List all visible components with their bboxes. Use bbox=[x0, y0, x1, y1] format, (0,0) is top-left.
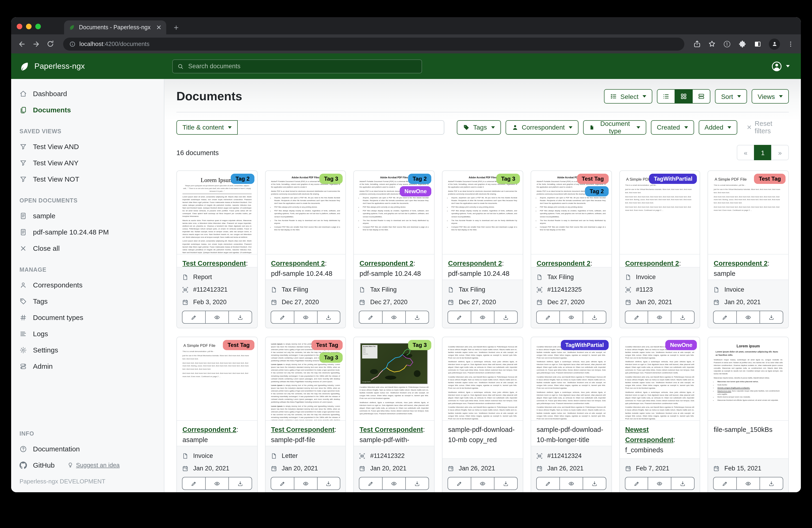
tag-badge[interactable]: TagWithPartial bbox=[561, 340, 608, 350]
filter-created-dropdown[interactable]: Created bbox=[651, 120, 694, 134]
correspondent-link[interactable]: Correspondent 2 bbox=[714, 260, 768, 267]
tag-badge[interactable]: Tag 3 bbox=[319, 353, 343, 363]
search-input[interactable] bbox=[187, 62, 417, 70]
edit-button[interactable] bbox=[271, 477, 294, 490]
document-thumbnail[interactable]: Lorem Ipsum "Neque porro quisquam est qu… bbox=[177, 171, 257, 255]
download-button[interactable] bbox=[671, 311, 695, 324]
suggest-an-idea-link[interactable]: Suggest an idea bbox=[67, 461, 119, 469]
edit-button[interactable] bbox=[448, 477, 471, 490]
preview-button[interactable] bbox=[560, 477, 583, 490]
correspondent-link[interactable]: Test Correspondent bbox=[183, 260, 246, 267]
preview-button[interactable] bbox=[736, 311, 760, 324]
sidebar-item-dashboard[interactable]: Dashboard bbox=[11, 86, 164, 101]
reset-filters-button[interactable]: Reset filters bbox=[746, 120, 789, 135]
tag-badge[interactable]: Test Tag bbox=[311, 340, 343, 350]
sidebar-item-correspondents[interactable]: Correspondents bbox=[11, 277, 164, 292]
preview-button[interactable] bbox=[382, 311, 406, 324]
document-thumbnail[interactable]: Adobe Acrobat PDF Files Adobe® Portable … bbox=[265, 171, 345, 255]
preview-button[interactable] bbox=[205, 311, 229, 324]
tag-badge[interactable]: Tag 3 bbox=[319, 174, 343, 184]
close-window-button[interactable] bbox=[17, 24, 22, 29]
filter-correspondent-dropdown[interactable]: Correspondent bbox=[506, 120, 579, 134]
pagination-next-button[interactable]: » bbox=[771, 145, 789, 160]
sidebar-item-github[interactable]: GitHubSuggest an idea bbox=[11, 457, 164, 473]
browser-profile-avatar[interactable] bbox=[769, 38, 780, 49]
preview-button[interactable] bbox=[205, 477, 229, 490]
extensions-puzzle-icon[interactable] bbox=[738, 40, 746, 48]
edit-button[interactable] bbox=[359, 311, 383, 324]
tag-badge[interactable]: Tag 2 bbox=[585, 186, 608, 197]
share-icon[interactable] bbox=[693, 40, 701, 48]
filter-tags-dropdown[interactable]: Tags bbox=[457, 120, 501, 134]
document-thumbnail[interactable]: A Simple PDF File This is a small demons… bbox=[620, 171, 700, 255]
download-button[interactable] bbox=[229, 311, 252, 324]
zoom-window-button[interactable] bbox=[35, 24, 41, 29]
download-button[interactable] bbox=[582, 311, 606, 324]
document-thumbnail[interactable]: Adobe Acrobat PDF Files Adobe® Portable … bbox=[443, 171, 523, 255]
view-detail-button[interactable] bbox=[692, 89, 710, 103]
user-menu[interactable] bbox=[771, 61, 801, 72]
sidebar-item-test-view-any[interactable]: Test View ANY bbox=[11, 155, 164, 170]
edit-button[interactable] bbox=[271, 311, 294, 324]
edit-button[interactable] bbox=[182, 311, 206, 324]
document-thumbnail[interactable]: Boundary Waters Trip Day 1Day 2Day 3Day … bbox=[354, 337, 434, 421]
preview-button[interactable] bbox=[471, 477, 494, 490]
download-button[interactable] bbox=[759, 477, 783, 490]
tag-badge[interactable]: Test Tag bbox=[577, 174, 608, 184]
download-button[interactable] bbox=[317, 311, 340, 324]
sidebar-item-sample[interactable]: sample bbox=[11, 208, 164, 223]
tag-badge[interactable]: Test Tag bbox=[223, 340, 254, 350]
global-search[interactable] bbox=[172, 59, 422, 73]
sidebar-item-tags[interactable]: Tags bbox=[11, 294, 164, 309]
site-info-icon[interactable] bbox=[69, 41, 76, 47]
document-thumbnail[interactable]: Adobe Acrobat PDF Files Adobe® Portable … bbox=[531, 171, 611, 255]
preview-button[interactable] bbox=[382, 477, 406, 490]
preview-button[interactable] bbox=[471, 311, 494, 324]
preview-button[interactable] bbox=[648, 311, 671, 324]
sidebar-item-test-view-not[interactable]: Test View NOT bbox=[11, 171, 164, 187]
preview-button[interactable] bbox=[294, 477, 317, 490]
document-thumbnail[interactable]: A Simple PDF File This is a small demons… bbox=[177, 337, 257, 421]
correspondent-link[interactable]: Test Correspondent bbox=[360, 426, 423, 433]
document-thumbnail[interactable]: Lorem ipsum Lorem ipsum dolor sit amet, … bbox=[708, 337, 788, 421]
bookmark-star-icon[interactable] bbox=[708, 40, 716, 48]
pagination-prev-button[interactable]: « bbox=[737, 145, 754, 160]
tab-close-icon[interactable]: ✕ bbox=[156, 24, 162, 31]
address-bar[interactable]: localhost:4200/documents bbox=[63, 38, 684, 51]
edit-button[interactable] bbox=[625, 477, 648, 490]
side-panel-icon[interactable] bbox=[754, 40, 762, 48]
tag-badge[interactable]: Tag 2 bbox=[231, 174, 255, 184]
download-button[interactable] bbox=[317, 477, 340, 490]
edit-button[interactable] bbox=[713, 477, 737, 490]
edit-button[interactable] bbox=[182, 477, 206, 490]
download-button[interactable] bbox=[494, 477, 518, 490]
edit-button[interactable] bbox=[625, 311, 648, 324]
select-dropdown-button[interactable]: Select bbox=[604, 89, 653, 103]
preview-button[interactable] bbox=[560, 311, 583, 324]
edit-button[interactable] bbox=[359, 477, 383, 490]
views-dropdown-button[interactable]: Views bbox=[752, 89, 789, 103]
view-grid-button[interactable] bbox=[675, 89, 693, 103]
sidebar-item-admin[interactable]: Admin bbox=[11, 358, 164, 374]
forward-button[interactable] bbox=[32, 40, 40, 48]
correspondent-link[interactable]: Correspondent 2 bbox=[625, 260, 679, 267]
filter-query-input[interactable] bbox=[238, 120, 444, 134]
document-thumbnail[interactable]: Lorem Ipsum is simply dummy text of the … bbox=[265, 337, 345, 421]
edit-button[interactable] bbox=[536, 311, 560, 324]
sidebar-item-documents[interactable]: Documents bbox=[11, 102, 164, 117]
back-button[interactable] bbox=[18, 40, 26, 48]
preview-button[interactable] bbox=[736, 477, 760, 490]
edit-button[interactable] bbox=[713, 311, 737, 324]
preview-button[interactable] bbox=[648, 477, 671, 490]
sidebar-item-settings[interactable]: Settings bbox=[11, 342, 164, 358]
sidebar-item-pdf-sample-10-24-48-pm[interactable]: pdf-sample 10.24.48 PM bbox=[11, 224, 164, 240]
download-button[interactable] bbox=[671, 477, 695, 490]
download-button[interactable] bbox=[229, 477, 252, 490]
correspondent-link[interactable]: Correspondent 2 bbox=[537, 260, 591, 267]
extension-badge-icon[interactable] bbox=[723, 40, 731, 48]
correspondent-link[interactable]: Newest Correspondent bbox=[625, 426, 673, 443]
edit-button[interactable] bbox=[448, 311, 471, 324]
download-button[interactable] bbox=[405, 477, 429, 490]
filter-added-dropdown[interactable]: Added bbox=[698, 120, 737, 134]
download-button[interactable] bbox=[405, 311, 429, 324]
